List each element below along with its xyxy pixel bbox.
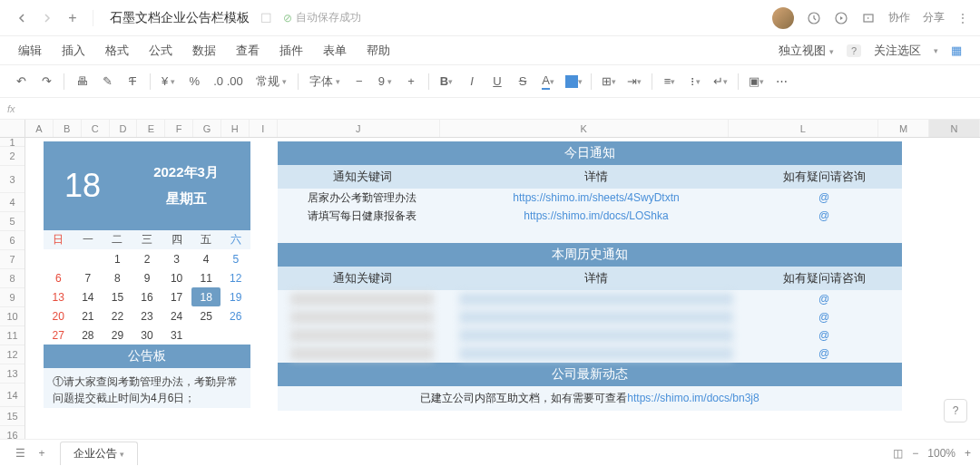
bold-button[interactable]: B▾ <box>435 70 458 93</box>
menu-plugin[interactable]: 插件 <box>279 43 303 59</box>
list-sheets-icon[interactable]: ☰ <box>9 442 31 464</box>
calendar-day[interactable]: 20 <box>44 306 74 325</box>
column-header[interactable]: N <box>929 120 980 137</box>
merge-button[interactable]: ⇥▾ <box>622 70 646 93</box>
new-tab-button[interactable]: + <box>62 7 83 29</box>
menu-data[interactable]: 数据 <box>192 43 216 59</box>
grid[interactable]: ABCDEFGHIJKLMN 18 2022年3月 星期五 日一二三四五六123… <box>25 120 980 439</box>
decimals-button[interactable]: .0 .00 <box>208 70 249 93</box>
calendar-day[interactable]: 7 <box>74 268 103 287</box>
explore-icon[interactable]: ◫ <box>893 447 903 460</box>
document-title[interactable]: 石墨文档企业公告栏模板 <box>110 10 250 26</box>
calendar-day[interactable]: 16 <box>132 287 162 306</box>
column-header[interactable]: L <box>729 120 879 137</box>
calendar-day[interactable]: 24 <box>162 306 191 325</box>
calendar-day[interactable]: 17 <box>162 287 191 306</box>
row-header[interactable]: 13 <box>0 364 24 383</box>
column-header[interactable]: G <box>193 120 221 137</box>
calendar-day[interactable]: 19 <box>220 287 250 306</box>
calendar-day[interactable] <box>44 249 74 268</box>
row-header[interactable]: 11 <box>0 326 24 345</box>
notice-at[interactable]: @ <box>746 209 902 222</box>
column-header[interactable]: I <box>250 120 278 137</box>
paint-icon[interactable]: ✎ <box>95 70 119 93</box>
calendar-day[interactable]: 2 <box>132 249 162 268</box>
history-at[interactable]: @ <box>746 347 902 360</box>
column-header[interactable]: A <box>25 120 54 137</box>
menu-help[interactable]: 帮助 <box>367 43 390 59</box>
notice-at[interactable]: @ <box>746 191 902 204</box>
column-header[interactable]: B <box>54 120 82 137</box>
share-button[interactable]: 分享 <box>923 10 945 25</box>
row-header[interactable]: 8 <box>0 269 24 288</box>
history-at[interactable]: @ <box>746 329 902 342</box>
calendar-day[interactable]: 22 <box>103 306 132 325</box>
more-icon[interactable]: ⋮ <box>957 12 969 24</box>
menu-insert[interactable]: 插入 <box>62 43 85 59</box>
calendar-day[interactable]: 9 <box>132 268 162 287</box>
font-smaller[interactable]: − <box>348 70 371 93</box>
present-icon[interactable] <box>861 11 876 25</box>
zoom-level[interactable]: 100% <box>927 447 956 460</box>
calendar-day[interactable]: 3 <box>162 249 191 268</box>
calendar-day[interactable]: 11 <box>191 268 221 287</box>
menu-format[interactable]: 格式 <box>105 43 129 59</box>
view-mode[interactable]: 独立视图 ▾ <box>779 43 834 59</box>
watch-area[interactable]: 关注选区 <box>874 43 921 59</box>
font-size[interactable]: 9▾ <box>373 70 397 93</box>
clear-format-icon[interactable]: Ƭ <box>121 70 144 93</box>
news-link[interactable]: https://shimo.im/docs/bn3j8 <box>627 392 759 404</box>
forward-button[interactable] <box>36 7 58 29</box>
column-header[interactable]: M <box>878 120 929 137</box>
column-header[interactable]: F <box>165 120 193 137</box>
collab-button[interactable]: 协作 <box>888 10 910 25</box>
grid-icon[interactable]: ▦ <box>951 44 962 57</box>
avatar[interactable] <box>772 7 794 29</box>
calendar-day[interactable]: 15 <box>103 287 132 306</box>
calendar-day[interactable]: 31 <box>162 325 191 345</box>
calendar-day[interactable] <box>74 249 103 268</box>
row-header[interactable]: 3 <box>0 166 24 193</box>
row-header[interactable]: 2 <box>0 147 24 166</box>
zoom-out-button[interactable]: − <box>912 447 918 460</box>
zoom-in-button[interactable]: + <box>965 447 971 460</box>
row-header[interactable]: 10 <box>0 307 24 326</box>
calendar-day[interactable]: 10 <box>162 268 191 287</box>
row-header[interactable]: 12 <box>0 345 24 364</box>
calendar-day[interactable]: 12 <box>220 268 250 287</box>
formula-bar[interactable]: fx <box>0 98 980 120</box>
calendar-day[interactable]: 18 <box>191 287 221 306</box>
currency-button[interactable]: ¥▾ <box>156 70 181 93</box>
calendar-day[interactable] <box>220 325 250 345</box>
fill-color-button[interactable]: ▾ <box>562 70 585 93</box>
menu-view[interactable]: 查看 <box>236 43 260 59</box>
row-header[interactable]: 4 <box>0 193 24 212</box>
column-header[interactable]: K <box>440 120 729 137</box>
number-format[interactable]: 常规▾ <box>250 70 292 93</box>
calendar-day[interactable]: 28 <box>74 325 103 345</box>
column-header[interactable]: H <box>221 120 250 137</box>
column-header[interactable]: D <box>110 120 138 137</box>
row-header[interactable]: 5 <box>0 212 24 231</box>
calendar-day[interactable]: 21 <box>74 306 103 325</box>
calendar-day[interactable]: 8 <box>103 268 132 287</box>
text-color-button[interactable]: A▾ <box>536 70 560 93</box>
calendar-day[interactable]: 1 <box>103 249 132 268</box>
row-header[interactable]: 7 <box>0 250 24 269</box>
column-header[interactable]: C <box>82 120 110 137</box>
print-icon[interactable]: 🖶 <box>70 70 93 93</box>
row-header[interactable]: 9 <box>0 288 24 307</box>
row-header[interactable]: 15 <box>0 407 24 426</box>
help-float-button[interactable]: ? <box>944 399 967 422</box>
calendar-day[interactable]: 13 <box>44 287 74 306</box>
watch-chev[interactable]: ▾ <box>934 46 938 55</box>
wrap-button[interactable]: ↵▾ <box>709 70 732 93</box>
row-header[interactable]: 1 <box>0 138 24 147</box>
font-select[interactable]: 字体▾ <box>304 70 346 93</box>
bookmark-icon[interactable]: ☐ <box>260 11 272 25</box>
calendar-day[interactable] <box>191 325 221 345</box>
calendar-day[interactable]: 5 <box>220 249 250 268</box>
calendar-day[interactable]: 29 <box>103 325 132 345</box>
history-at[interactable]: @ <box>746 311 902 324</box>
help-badge[interactable]: ? <box>847 44 861 57</box>
